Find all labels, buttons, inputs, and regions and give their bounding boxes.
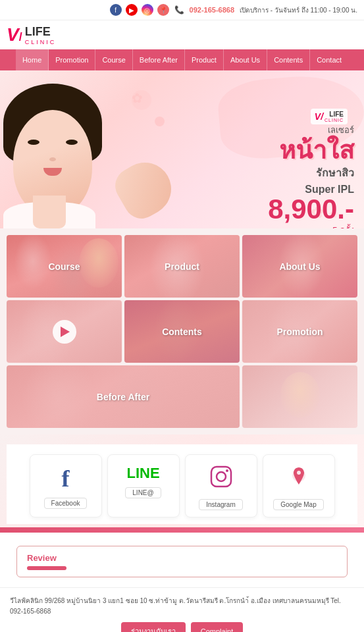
instagram-card[interactable]: Instagram xyxy=(185,454,257,517)
promotion-text: Promotion xyxy=(277,327,323,337)
facebook-button[interactable]: Facebook xyxy=(44,498,88,509)
logo-clinic: CLINIC xyxy=(25,39,57,45)
review-section: Review xyxy=(16,546,348,577)
map-icon xyxy=(287,465,311,494)
footer-actions: ร่วมงานกับเรา Complaint xyxy=(10,622,354,632)
corner-logo-life: LIFE xyxy=(325,111,344,118)
top-social-icons: f ▶ ◎ 📍 xyxy=(110,4,169,16)
community-button[interactable]: ร่วมงานกับเรา xyxy=(121,622,186,632)
review-wrapper: Review xyxy=(0,533,364,587)
course-text: Course xyxy=(48,261,80,272)
facebook-icon: f xyxy=(62,465,70,492)
map-top-icon[interactable]: 📍 xyxy=(157,4,169,16)
social-section-wrapper: f Facebook LINE LINE@ Instagram xyxy=(0,434,364,527)
footer-address: วีไลฟ์คลินิก 99/268 หมู่บ้านนิยา 3 แยก1 … xyxy=(10,596,354,617)
grid-item-about[interactable]: About Us xyxy=(242,235,357,298)
hero-laser-label: เลเซอร์ xyxy=(268,123,354,137)
hero-price: 8,900.- xyxy=(268,196,354,223)
promotion-image-bg xyxy=(242,365,357,428)
hero-text-content: V/ LIFE CLINIC เลเซอร์ หน้าใส รักษาสิว S… xyxy=(268,103,354,228)
instagram-top-icon[interactable]: ◎ xyxy=(142,4,153,16)
google-map-button[interactable]: Google Map xyxy=(273,499,323,510)
logo[interactable]: V / LIFE CLINIC xyxy=(7,24,56,45)
review-title: Review xyxy=(27,553,337,563)
flower-decoration-2: ✿ xyxy=(132,90,143,106)
grid-item-video[interactable] xyxy=(7,300,122,363)
nav-contact[interactable]: Contact xyxy=(310,49,348,70)
grid-section: Course Product About Us xyxy=(0,228,364,434)
about-text: About Us xyxy=(279,261,320,272)
before-after-text: Before After xyxy=(97,392,149,402)
facebook-card[interactable]: f Facebook xyxy=(30,454,102,517)
nav-contents[interactable]: Contents xyxy=(267,49,310,70)
nav-promotion[interactable]: Promotion xyxy=(49,49,95,70)
complaint-button[interactable]: Complaint xyxy=(191,622,244,632)
about-label: About Us xyxy=(242,235,357,298)
nav-before-after[interactable]: Before After xyxy=(133,49,185,70)
grid-item-before-after[interactable]: Before After xyxy=(7,365,240,428)
instagram-button[interactable]: Instagram xyxy=(199,499,242,510)
instagram-icon xyxy=(209,465,233,494)
grid-item-product[interactable]: Product xyxy=(124,235,240,298)
woman-neck xyxy=(33,196,66,228)
logo-v: V xyxy=(7,24,19,45)
navigation: Home Promotion Course Before After Produ… xyxy=(0,49,364,70)
social-section: f Facebook LINE LINE@ Instagram xyxy=(7,444,357,524)
svg-point-1 xyxy=(217,472,226,481)
contents-label: Contents xyxy=(124,300,240,363)
product-label: Product xyxy=(124,235,240,298)
business-hours: เปิดบริการ - วันจันทร์ ถึง 11:00 - 19:00… xyxy=(240,5,357,15)
line-card[interactable]: LINE LINE@ xyxy=(107,454,180,517)
grid-item-contents[interactable]: Contents xyxy=(124,300,240,363)
line-button[interactable]: LINE@ xyxy=(125,487,161,498)
logo-vlife: V / xyxy=(7,24,22,45)
footer: วีไลฟ์คลินิก 99/268 หมู่บ้านนิยา 3 แยก1 … xyxy=(0,587,364,632)
video-play-area[interactable] xyxy=(7,300,122,363)
hero-sub-thai: รักษาสิว xyxy=(268,165,354,181)
logo-text-wrap: LIFE CLINIC xyxy=(25,25,57,45)
youtube-top-icon[interactable]: ▶ xyxy=(126,4,138,16)
svg-rect-0 xyxy=(211,467,231,487)
facebook-top-icon[interactable]: f xyxy=(110,4,122,16)
before-after-label: Before After xyxy=(7,365,240,428)
contents-text: Contents xyxy=(162,327,202,337)
logo-life: LIFE xyxy=(25,25,57,39)
hero-banner: V/ LIFE CLINIC เลเซอร์ หน้าใส รักษาสิว S… xyxy=(0,70,364,228)
grid-item-promotion-image[interactable] xyxy=(242,365,357,428)
svg-point-2 xyxy=(226,469,228,472)
grid-container: Course Product About Us xyxy=(7,235,357,428)
hero-main-thai: หน้าใส xyxy=(268,137,354,165)
nav-home[interactable]: Home xyxy=(16,49,49,70)
nav-product[interactable]: Product xyxy=(185,49,224,70)
product-text: Product xyxy=(165,261,199,272)
hero-logo-corner: V/ LIFE CLINIC xyxy=(311,109,348,124)
google-map-card[interactable]: Google Map xyxy=(263,454,335,517)
grid-item-course[interactable]: Course xyxy=(7,235,122,298)
phone-number: 092-165-6868 xyxy=(190,6,235,14)
nav-course[interactable]: Course xyxy=(95,49,132,70)
header: V / LIFE CLINIC xyxy=(0,20,364,49)
grid-item-promotion[interactable]: Promotion xyxy=(242,300,357,363)
phone-icon: 📞 xyxy=(174,5,184,14)
course-label: Course xyxy=(7,235,122,298)
review-bar xyxy=(27,566,66,570)
pink-strip xyxy=(0,527,364,533)
corner-logo-clinic: CLINIC xyxy=(325,118,344,122)
line-icon: LINE xyxy=(126,465,159,482)
corner-logo-v: V/ xyxy=(315,111,323,122)
promotion-label: Promotion xyxy=(242,300,357,363)
woman-hands xyxy=(109,153,180,224)
nav-about-us[interactable]: About Us xyxy=(224,49,267,70)
corner-logo-text: LIFE CLINIC xyxy=(325,111,344,122)
play-button[interactable] xyxy=(53,320,76,344)
top-bar: f ▶ ◎ 📍 📞 092-165-6868 เปิดบริการ - วันจ… xyxy=(0,0,364,20)
play-triangle-icon xyxy=(61,327,70,337)
